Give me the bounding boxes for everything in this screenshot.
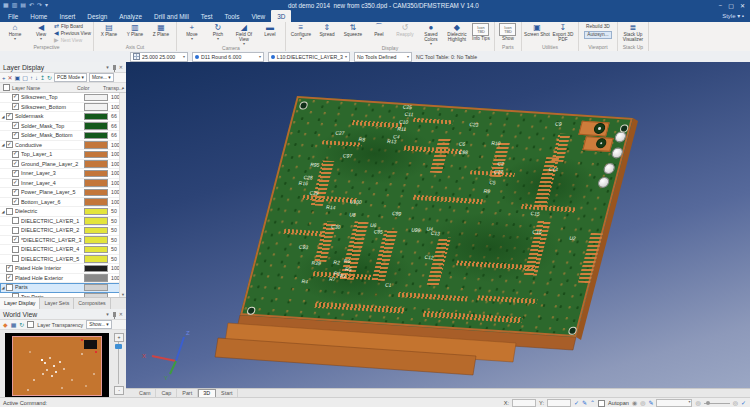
dcode-select[interactable]: D11 Round 6.000▾ [192,52,264,62]
layer-visibility-checkbox[interactable] [12,293,19,297]
tool-select[interactable]: No Tools Defined▾ [354,52,412,62]
layer-color-chip[interactable] [84,122,108,130]
dielectric-highlight-button[interactable]: ◆Dielectric Highlight [444,22,470,45]
open-icon[interactable]: ▥ [12,0,18,10]
layer-visibility-checkbox[interactable] [12,122,19,129]
layer-row[interactable]: DIELECTRIC_LAYER_150 [0,217,126,227]
layer-row[interactable]: ◢Conductive100 [0,141,126,151]
y-plane-button[interactable]: ▥Y Plane [122,22,148,44]
layer-visibility-checkbox[interactable] [6,265,13,272]
pcb-board-3d[interactable]: C25C11C10R11C4R13C27R8C23C6C98R10C2C22C5… [240,96,633,337]
peel-button[interactable]: ⌒Peel [366,22,392,45]
y-coordinate-input[interactable] [547,399,571,407]
more-select[interactable]: More... ▾ [89,73,114,82]
layer-visibility-checkbox[interactable] [6,284,13,291]
refresh-icon[interactable]: ↻ [47,74,52,82]
measure-icon[interactable]: ✎ [582,399,587,407]
refresh-view-icon[interactable]: ↻ [19,321,24,329]
move-button[interactable]: +Move▾ [179,22,205,45]
redo-icon[interactable]: ↷ [37,0,42,10]
menu-item-3d[interactable]: 3D [271,10,291,22]
show-parts-button[interactable]: Icon TBDShow [497,22,519,44]
layer-color-chip[interactable] [84,141,108,149]
layer-row[interactable]: Top_Layer_1100 [0,150,126,160]
menu-item-insert[interactable]: Insert [53,10,81,22]
add-layer-icon[interactable]: + [2,74,6,82]
layer-visibility-checkbox[interactable] [12,255,19,262]
menu-item-file[interactable]: File [2,10,24,22]
configure-button[interactable]: ≡Configure▾ [288,22,314,45]
layer-list-scrollbar[interactable]: ▼ [119,93,126,297]
layer-color-chip[interactable] [84,94,108,102]
autosync-toggle[interactable]: Autosyn... [584,31,611,39]
layer-color-chip[interactable] [84,293,108,297]
zoom-handle[interactable] [115,344,122,349]
minimize-button[interactable]: − [719,2,723,9]
layer-color-chip[interactable] [84,208,108,216]
save-icon[interactable]: ▤ [20,0,26,10]
layer-visibility-checkbox[interactable] [12,170,19,177]
pan-icon[interactable]: ▦ [11,321,17,329]
pin-icon[interactable] [113,65,116,70]
grid-select[interactable]: 25.000 25.000▾ [130,52,188,62]
copy-icon[interactable]: ▣ [15,74,21,82]
undo-icon[interactable]: ↶ [29,0,34,10]
layer-visibility-checkbox[interactable] [12,160,19,167]
panel-menu-icon[interactable]: ▾ [106,311,109,317]
fit-icon[interactable]: ◎ [733,399,738,407]
layer-row[interactable]: ◢Parts [0,283,126,293]
layer-row[interactable]: Inner_Layer_4100 [0,179,126,189]
layer-color-chip[interactable] [84,274,108,282]
menu-item-view[interactable]: View [245,10,271,22]
layer-row[interactable]: Solder_Mask_Bottom66 [0,131,126,141]
layer-visibility-checkbox[interactable] [6,208,13,215]
level-button[interactable]: ▬Level [257,22,283,45]
layer-row[interactable]: Inner_Layer_3100 [0,169,126,179]
layer-visibility-checkbox[interactable] [6,141,13,148]
layer-color-chip[interactable] [84,189,108,197]
layer-visibility-checkbox[interactable] [12,217,19,224]
layer-color-chip[interactable] [84,265,108,273]
status-select[interactable] [656,399,692,407]
menu-item-drill-and-mill[interactable]: Drill and Mill [148,10,195,22]
layer-visibility-checkbox[interactable] [12,151,19,158]
layer-color-chip[interactable] [84,236,108,244]
layer-color-chip[interactable] [84,246,108,254]
x-coordinate-input[interactable] [512,399,536,407]
view-button[interactable]: ◀View▾ [28,22,54,44]
layer-row[interactable]: ◢Soldermask66 [0,112,126,122]
pitch-button[interactable]: ↻Pitch▾ [205,22,231,45]
move-up-icon[interactable]: ↑ [30,74,33,82]
menu-item-design[interactable]: Design [81,10,113,22]
layer-visibility-checkbox[interactable] [12,189,19,196]
units-icon[interactable]: ◎ [640,399,645,407]
layer-visibility-checkbox[interactable] [12,198,19,205]
layer-visibility-checkbox[interactable] [12,103,19,110]
menu-item-test[interactable]: Test [195,10,219,22]
layer-color-chip[interactable] [84,227,108,235]
layer-row[interactable]: Plated Hole Interior100 [0,264,126,274]
saved-colors-button[interactable]: ●Saved Colors▾ [418,22,444,45]
flip-board-button[interactable]: ⇄Flip Board [54,23,91,30]
layer-color-chip[interactable] [84,113,108,121]
layer-color-chip[interactable] [84,255,108,263]
layer-color-chip[interactable] [84,132,108,140]
style-button[interactable]: Style ▾ ▪ [722,10,744,22]
layer-visibility-checkbox[interactable] [12,94,19,101]
menu-item-analyze[interactable]: Analyze [113,10,148,22]
layer-visibility-checkbox[interactable] [12,236,19,243]
world-view-body[interactable]: + - [0,330,126,397]
stack-up-visualizer-button[interactable]: ≣Stack Up Visualizer [620,22,646,44]
x-plane-button[interactable]: ▤X Plane [96,22,122,44]
layer-row[interactable]: Solder_Mask_Top66 [0,122,126,132]
show-select[interactable]: Show... ▾ [86,320,111,329]
layer-row[interactable]: DIELECTRIC_LAYER_550 [0,255,126,265]
layer-color-chip[interactable] [84,103,108,111]
layer-row[interactable]: ◢Dielectric50 [0,207,126,217]
layer-visibility-checkbox[interactable] [12,227,19,234]
move-top-icon[interactable]: ↥ [40,74,45,82]
layer-color-chip[interactable] [84,284,108,292]
mode-select[interactable]: PCB Mode ▾ [54,73,87,82]
field-of-view-button[interactable]: ◢Field Of View▾ [231,22,257,45]
layer-row[interactable]: Silkscreen_Bottom100 [0,103,126,113]
